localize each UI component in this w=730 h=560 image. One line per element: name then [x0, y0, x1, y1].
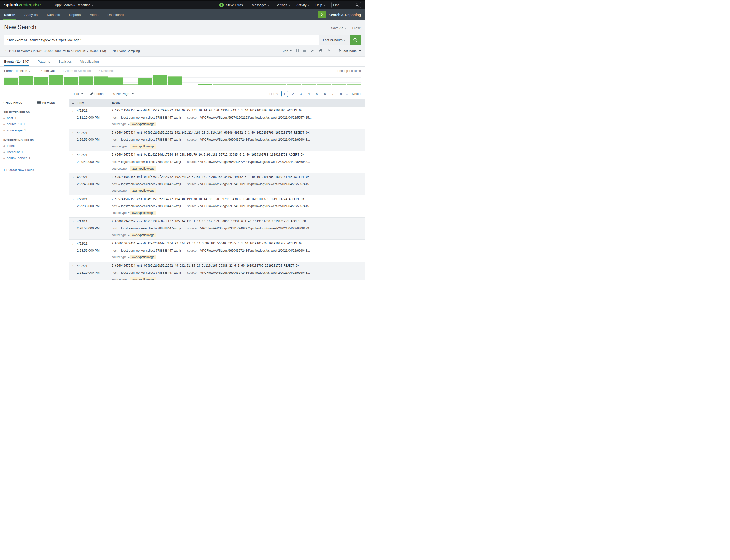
- field-linecount[interactable]: #linecount1: [3, 150, 66, 154]
- format-results-menu[interactable]: Format: [90, 92, 104, 96]
- page-6-button[interactable]: 6: [322, 91, 328, 97]
- next-page-button[interactable]: Next ›: [352, 92, 361, 96]
- event-raw-text[interactable]: 2 595741502153 eni-084f57519f2994772 192…: [112, 175, 363, 179]
- topbar-menu-help[interactable]: Help: [316, 3, 325, 7]
- stop-button[interactable]: [304, 50, 306, 52]
- appnav-item-reports[interactable]: Reports: [69, 9, 81, 20]
- all-fields-button[interactable]: All Fields: [37, 101, 56, 104]
- expand-event-chevron-icon[interactable]: ›: [69, 108, 77, 126]
- timeline-bar-11[interactable]: [153, 75, 167, 85]
- timeline-bar-7[interactable]: [94, 76, 108, 85]
- timeline-bar-14[interactable]: [198, 84, 212, 85]
- expand-event-chevron-icon[interactable]: ›: [69, 264, 77, 280]
- field-value-host[interactable]: logstream-worker-collect-7788888447-wxnj…: [121, 182, 181, 187]
- page-2-button[interactable]: 2: [290, 91, 296, 97]
- timeline-bar-19[interactable]: [272, 84, 287, 85]
- run-search-button[interactable]: [350, 35, 361, 45]
- field-value-sourcetype[interactable]: aws:vpcflowlogs: [130, 211, 156, 215]
- search-mode-menu[interactable]: Fast Mode: [339, 49, 361, 53]
- expand-event-chevron-icon[interactable]: ›: [69, 241, 77, 259]
- field-host[interactable]: ahost1: [3, 116, 66, 120]
- find-box[interactable]: [331, 2, 361, 8]
- tab-patterns[interactable]: Patterns: [38, 60, 50, 66]
- timeline-bar-17[interactable]: [242, 84, 257, 85]
- find-input[interactable]: [333, 3, 354, 7]
- timeline-bar-3[interactable]: [34, 77, 48, 85]
- appnav-item-alerts[interactable]: Alerts: [90, 9, 99, 20]
- field-sourcetype[interactable]: asourcetype1: [3, 128, 66, 132]
- timeline-bar-1[interactable]: [4, 78, 18, 85]
- page-3-button[interactable]: 3: [298, 91, 304, 97]
- event-raw-text[interactable]: 2 666043672434 eni-079b3b2b2b51d2392 49.…: [112, 264, 363, 268]
- timeline-bar-24[interactable]: [347, 84, 361, 85]
- timeline-bar-16[interactable]: [227, 84, 242, 85]
- tab-events[interactable]: Events (114,140): [4, 60, 29, 66]
- search-query-input[interactable]: index=cribl sourcetype="aws:vpcflowlogs": [4, 35, 319, 45]
- field-source[interactable]: asource100+: [3, 122, 66, 126]
- expand-event-chevron-icon[interactable]: ›: [69, 197, 77, 215]
- timeline-bar-6[interactable]: [79, 76, 93, 85]
- timeline-bar-9[interactable]: [123, 84, 137, 85]
- field-value-sourcetype[interactable]: aws:vpcflowlogs: [130, 277, 156, 280]
- field-value-sourcetype[interactable]: aws:vpcflowlogs: [130, 122, 156, 126]
- zoom-to-selection-button[interactable]: +Zoom to Selection: [62, 69, 91, 73]
- timeline-bar-18[interactable]: [257, 84, 272, 85]
- field-value-source[interactable]: VPCFlow/AWSLogs/666043672434/vpcflowlogs…: [200, 248, 310, 253]
- page-4-button[interactable]: 4: [306, 91, 312, 97]
- field-value-sourcetype[interactable]: aws:vpcflowlogs: [130, 188, 156, 193]
- timeline-bar-15[interactable]: [213, 84, 227, 85]
- user-avatar[interactable]: i: [219, 3, 224, 7]
- expand-event-chevron-icon[interactable]: ›: [69, 131, 77, 149]
- tab-statistics[interactable]: Statistics: [58, 60, 72, 66]
- page-1-button[interactable]: 1: [281, 91, 288, 97]
- timeline-bar-8[interactable]: [108, 77, 123, 85]
- appnav-item-datasets[interactable]: Datasets: [47, 9, 60, 20]
- expand-event-chevron-icon[interactable]: ›: [69, 219, 77, 237]
- field-value-sourcetype[interactable]: aws:vpcflowlogs: [130, 233, 156, 237]
- field-splunk_server[interactable]: asplunk_server1: [3, 156, 66, 160]
- user-menu[interactable]: Steve Litras: [226, 3, 246, 7]
- splunk-logo[interactable]: splunk>enterprise: [4, 2, 41, 8]
- timeline-bar-10[interactable]: [138, 78, 153, 85]
- field-value-sourcetype[interactable]: aws:vpcflowlogs: [130, 144, 156, 149]
- close-button[interactable]: Close: [352, 26, 361, 30]
- tab-visualization[interactable]: Visualization: [80, 60, 99, 66]
- appnav-item-search[interactable]: Search: [4, 9, 15, 20]
- field-value-source[interactable]: VPCFlow/AWSLogs/666043672434/vpcflowlogs…: [200, 137, 310, 142]
- pause-button[interactable]: [296, 49, 299, 52]
- timeline-bar-2[interactable]: [19, 76, 33, 85]
- zoom-out-button[interactable]: −Zoom Out: [38, 69, 55, 73]
- event-raw-text[interactable]: 2 666043672434 eni-079b3b2b2b51d2392 192…: [112, 131, 363, 135]
- expand-event-chevron-icon[interactable]: ›: [69, 153, 77, 171]
- field-value-host[interactable]: logstream-worker-collect-7788888447-wxnj…: [121, 204, 181, 209]
- hide-fields-button[interactable]: ‹ Hide Fields: [3, 101, 22, 104]
- page-8-button[interactable]: 8: [338, 91, 344, 97]
- event-raw-text[interactable]: 2 630817940297 eni-08713f3f2e8abff37 185…: [112, 219, 363, 223]
- field-value-source[interactable]: VPCFlow/AWSLogs/595741502153/vpcflowlogs…: [200, 182, 312, 187]
- field-value-source[interactable]: VPCFlow/AWSLogs/595741502153/vpcflowlogs…: [200, 115, 312, 120]
- event-sampling-menu[interactable]: No Event Sampling: [113, 49, 143, 53]
- field-value-source[interactable]: VPCFlow/AWSLogs/666043672434/vpcflowlogs…: [200, 159, 310, 164]
- field-value-source[interactable]: VPCFlow/AWSLogs/595741502153/vpcflowlogs…: [200, 204, 312, 209]
- app-context-menu[interactable]: App: Search & Reporting: [55, 3, 94, 7]
- event-raw-text[interactable]: 2 666043672434 eni-0d12e02310dad7104 89.…: [112, 153, 363, 157]
- appnav-item-analytics[interactable]: Analytics: [24, 9, 38, 20]
- export-button[interactable]: [327, 49, 330, 52]
- save-as-menu[interactable]: Save As: [331, 26, 347, 30]
- print-button[interactable]: [319, 49, 323, 52]
- timeline-bar-5[interactable]: [64, 77, 78, 85]
- field-value-host[interactable]: logstream-worker-collect-7788888447-wxnj…: [121, 248, 181, 253]
- event-raw-text[interactable]: 2 595741502153 eni-084f57519f2994772 194…: [112, 197, 363, 201]
- field-value-source[interactable]: VPCFlow/AWSLogs/630817940297/vpcflowlogs…: [200, 226, 312, 231]
- field-value-host[interactable]: logstream-worker-collect-7788888447-wxnj…: [121, 226, 181, 231]
- event-raw-text[interactable]: 2 666043672434 eni-0d12e02310dad7104 93.…: [112, 241, 363, 246]
- field-value-host[interactable]: logstream-worker-collect-7788888447-wxnj…: [121, 115, 181, 120]
- search-reporting-app-icon[interactable]: ›: [318, 11, 326, 18]
- share-button[interactable]: [311, 49, 314, 52]
- job-menu[interactable]: Job: [283, 49, 292, 53]
- list-view-menu[interactable]: List: [74, 92, 83, 96]
- topbar-menu-messages[interactable]: Messages: [252, 3, 270, 7]
- timeline-bar-23[interactable]: [332, 84, 346, 85]
- field-value-host[interactable]: logstream-worker-collect-7788888447-wxnj…: [121, 270, 181, 275]
- page-5-button[interactable]: 5: [314, 91, 320, 97]
